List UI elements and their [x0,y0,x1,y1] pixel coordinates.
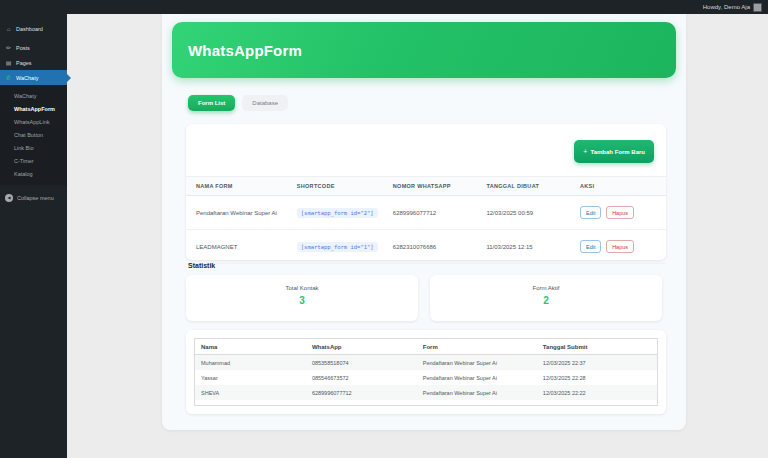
add-form-button[interactable]: + Tambah Form Baru [574,140,654,163]
form-list-card: + Tambah Form Baru NAMA FORM SHORTCODE N… [186,124,666,260]
contact-form: Pendaftaran Webinar Super Ai [417,385,537,400]
admin-bar: Howdy, Demo Aja [0,0,768,14]
submenu-item-whatsapplink[interactable]: WhatsAppLink [0,115,67,128]
contact-whatsapp: 085546673572 [306,370,417,385]
statistik-heading: Statistik [188,262,215,269]
contact-name: SHEVA [195,385,306,400]
avatar[interactable] [753,3,762,12]
column-header-tanggal-submit: Tanggal Submit [537,339,657,355]
sidebar-item-pages[interactable]: ▤ Pages [0,55,67,70]
created-date-cell: 12/03/2025 00:59 [476,196,570,230]
contact-form: Pendaftaran Webinar Super Ai [417,355,537,371]
sidebar-item-label: WaChaty [16,75,38,81]
contact-whatsapp: 085358518074 [306,355,417,371]
form-name-cell: LEADMAGNET [186,230,287,264]
contact-whatsapp: 6289996077712 [306,385,417,400]
column-header-form: Form [417,339,537,355]
stat-card-total-kontak: Total Kontak 3 [186,275,418,321]
pages-icon: ▤ [5,59,12,66]
contact-submit-date: 12/03/2025 22:28 [537,370,657,385]
submenu-item-chat-button[interactable]: Chat Button [0,128,67,141]
list-item: Muhammad 085358518074 Pendaftaran Webina… [195,355,657,371]
collapse-menu-button[interactable]: ◀ Collapse menu [0,194,67,202]
plugin-content-wrapper: WhatsAppForm Form List Database + Tambah… [162,14,686,430]
tab-bar: Form List Database [188,95,288,111]
submissions-table-frame: Nama WhatsApp Form Tanggal Submit Muhamm… [194,338,658,406]
edit-button[interactable]: Edit [580,240,601,253]
sidebar-item-label: Pages [16,60,32,66]
stat-label: Form Aktif [430,285,662,291]
submenu-item-katalog[interactable]: Katalog [0,167,67,180]
column-header-nama: Nama [195,339,306,355]
wachaty-plugin-icon: ✆ [5,74,12,81]
column-header-aksi: AKSI [570,177,666,196]
submenu-item-whatsappform[interactable]: WhatsAppForm [0,102,67,115]
submenu-item-link-bio[interactable]: Link Bio [0,141,67,154]
sidebar-item-label: Dashboard [16,26,43,32]
table-row: LEADMAGNET [smartapp_form id="1"] 628231… [186,230,666,264]
shortcode-chip: [smartapp_form id="2"] [297,208,378,218]
collapse-arrow-icon: ◀ [5,194,13,202]
tab-database[interactable]: Database [242,95,288,111]
collapse-menu-label: Collapse menu [17,195,54,201]
column-header-nomor-whatsapp: NOMOR WHATSAPP [383,177,477,196]
sidebar-item-posts[interactable]: ✏ Posts [0,40,67,55]
submenu-item-wachaty[interactable]: WaChaty [0,89,67,102]
submissions-table: Nama WhatsApp Form Tanggal Submit Muhamm… [195,339,657,400]
submissions-card: Nama WhatsApp Form Tanggal Submit Muhamm… [186,330,666,414]
sidebar-item-wachaty[interactable]: ✆ WaChaty [0,70,67,85]
howdy-account-link[interactable]: Howdy, Demo Aja [703,4,750,10]
stat-label: Total Kontak [186,285,418,291]
plus-icon: + [583,148,587,155]
pin-icon: ✏ [5,44,12,51]
sidebar-item-label: Posts [16,45,30,51]
column-header-nama-form: NAMA FORM [186,177,287,196]
submenu-item-c-timer[interactable]: C-Timer [0,154,67,167]
sidebar-item-dashboard[interactable]: ⌂ Dashboard [0,21,67,36]
stat-card-form-aktif: Form Aktif 2 [430,275,662,321]
page-header-banner: WhatsAppForm [172,22,676,78]
submissions-header-row: Nama WhatsApp Form Tanggal Submit [195,339,657,355]
column-header-tanggal-dibuat: TANGGAL DIBUAT [476,177,570,196]
form-name-cell: Pendaftaran Webinar Super Ai [186,196,287,230]
column-header-whatsapp: WhatsApp [306,339,417,355]
admin-sidebar: ⌂ Dashboard ✏ Posts ▤ Pages ✆ WaChaty Wa… [0,14,67,458]
list-item: Yassar 085546673572 Pendaftaran Webinar … [195,370,657,385]
delete-button[interactable]: Hapus [606,240,634,253]
delete-button[interactable]: Hapus [606,206,634,219]
contact-name: Muhammad [195,355,306,371]
stat-value: 2 [430,295,662,306]
edit-button[interactable]: Edit [580,206,601,219]
form-list-table: NAMA FORM SHORTCODE NOMOR WHATSAPP TANGG… [186,176,666,264]
form-table-header-row: NAMA FORM SHORTCODE NOMOR WHATSAPP TANGG… [186,177,666,196]
dashboard-icon: ⌂ [5,26,12,32]
contact-submit-date: 12/03/2025 22:37 [537,355,657,371]
list-item: SHEVA 6289996077712 Pendaftaran Webinar … [195,385,657,400]
whatsapp-number-cell: 6289996077712 [383,196,477,230]
created-date-cell: 11/03/2025 12:15 [476,230,570,264]
contact-name: Yassar [195,370,306,385]
page-title: WhatsAppForm [188,42,302,59]
wachaty-submenu: WaChaty WhatsAppForm WhatsAppLink Chat B… [0,85,67,185]
shortcode-chip: [smartapp_form id="1"] [297,242,378,252]
contact-form: Pendaftaran Webinar Super Ai [417,370,537,385]
tab-form-list[interactable]: Form List [188,95,235,111]
stat-value: 3 [186,295,418,306]
contact-submit-date: 12/03/2025 22:22 [537,385,657,400]
table-row: Pendaftaran Webinar Super Ai [smartapp_f… [186,196,666,230]
add-form-button-label: Tambah Form Baru [590,149,645,155]
column-header-shortcode: SHORTCODE [287,177,383,196]
whatsapp-number-cell: 6282310076686 [383,230,477,264]
